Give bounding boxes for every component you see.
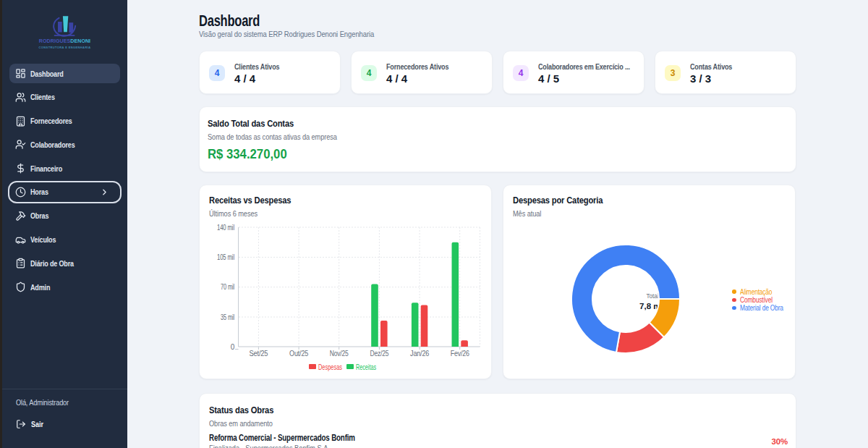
svg-text:Set/25: Set/25 bbox=[249, 350, 268, 358]
svg-text:Out/25: Out/25 bbox=[289, 350, 309, 358]
svg-text:Despesas: Despesas bbox=[318, 363, 342, 371]
svg-text:Dez/25: Dez/25 bbox=[370, 350, 389, 358]
svg-text:35 mil: 35 mil bbox=[221, 313, 234, 321]
svg-text:Nov/25: Nov/25 bbox=[330, 350, 349, 358]
svg-text:0: 0 bbox=[231, 343, 235, 351]
svg-text:Receitas: Receitas bbox=[356, 363, 376, 371]
svg-text:140 mil: 140 mil bbox=[217, 224, 234, 232]
svg-text:Jan/26: Jan/26 bbox=[410, 350, 430, 358]
svg-text:Fev/26: Fev/26 bbox=[451, 350, 470, 358]
svg-text:70 mil: 70 mil bbox=[221, 283, 234, 291]
svg-text:105 mil: 105 mil bbox=[217, 253, 234, 261]
